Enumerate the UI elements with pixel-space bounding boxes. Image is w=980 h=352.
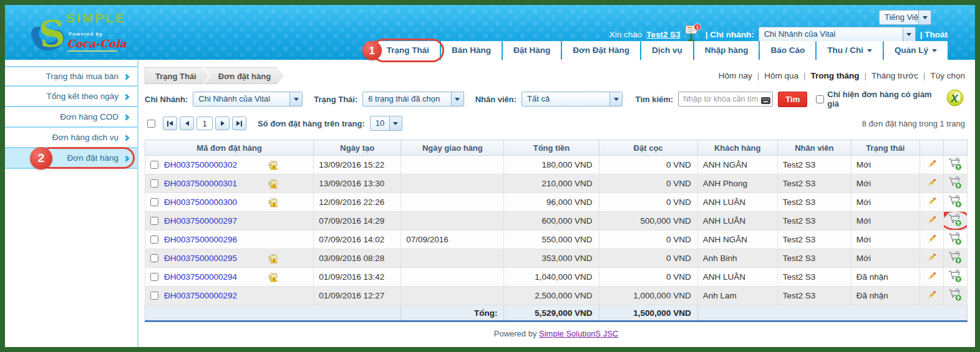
row-checkbox[interactable]: [150, 292, 158, 300]
branch-dropdown[interactable]: Chi Nhánh của Vital: [759, 27, 916, 42]
create-order-cart-icon[interactable]: [948, 176, 963, 189]
sidebar-item-don-hang-dich-vu[interactable]: Đơn hàng dịch vụ: [5, 128, 137, 148]
cell-created-date: 13/09/2016 15:22: [314, 156, 401, 174]
tab-bao-cao[interactable]: Báo Cáo: [760, 41, 815, 60]
select-all-checkbox[interactable]: [147, 120, 155, 128]
order-id-link[interactable]: ĐH0037500000301: [164, 179, 237, 188]
row-checkbox[interactable]: [150, 161, 158, 169]
search-input[interactable]: [678, 92, 773, 107]
tab-dat-hang[interactable]: Đặt Hàng: [503, 41, 561, 60]
table-header-row: Mã đơn đặt hàng Ngày tạo Ngày giao hàng …: [145, 140, 968, 156]
cell-created-date: 03/09/2016 08:28: [314, 249, 401, 268]
breadcrumb-item-trang-thai[interactable]: Trạng Thái: [145, 67, 210, 84]
language-dropdown[interactable]: Tiếng Việt: [879, 10, 931, 25]
row-checkbox[interactable]: [150, 198, 158, 206]
col-header-delivery: Ngày giao hàng: [401, 140, 504, 156]
per-page-dropdown[interactable]: 10: [370, 116, 402, 131]
cell-created-date: 01/09/2016 12:27: [314, 287, 401, 305]
edit-pencil-icon[interactable]: [926, 215, 937, 226]
breadcrumb: Trạng Thái Đơn đặt hàng: [145, 67, 284, 84]
row-checkbox[interactable]: [150, 179, 158, 188]
sidebar-item-tong-ket-theo-ngay[interactable]: Tổng kết theo ngày: [5, 87, 137, 107]
footer-company-link[interactable]: Simple SolutionS JSC: [539, 329, 618, 338]
footer-powered-by: Powered by: [494, 329, 537, 338]
edit-pencil-icon[interactable]: [926, 252, 937, 263]
cell-customer: Anh Binh: [697, 249, 777, 268]
breadcrumb-item-don-dat-hang[interactable]: Đơn đặt hàng: [204, 67, 284, 84]
edit-pencil-icon[interactable]: [926, 159, 937, 169]
current-page-box[interactable]: 1: [196, 117, 213, 130]
tab-label: Đơn Đặt Hàng: [573, 41, 629, 60]
separator: |: [757, 71, 760, 80]
status-filter-dropdown[interactable]: 6 trạng thái đã chọn: [362, 92, 463, 107]
create-order-cart-icon[interactable]: 3: [948, 214, 963, 227]
discount-only-checkbox[interactable]: [816, 95, 824, 103]
last-page-button[interactable]: [232, 117, 246, 130]
cell-deposit-amount: 0 VND: [599, 174, 697, 193]
export-excel-icon[interactable]: X: [946, 89, 964, 109]
sidebar-item-don-hang-cod[interactable]: Đơn hàng COD: [5, 107, 137, 128]
create-order-cart-icon[interactable]: [948, 232, 963, 245]
chevron-down-icon: [389, 117, 402, 130]
date-filter-hom-qua[interactable]: Hôm qua: [764, 71, 798, 80]
create-order-cart-icon[interactable]: [948, 270, 963, 283]
order-id-link[interactable]: ĐH0037500000292: [164, 291, 237, 300]
cell-deposit-amount: 0 VND: [599, 193, 697, 212]
date-filter-hom-nay[interactable]: Hôm nay: [719, 71, 752, 80]
date-filter-tuy-chon[interactable]: Tùy chọn: [930, 71, 965, 80]
create-order-cart-icon[interactable]: [948, 195, 963, 208]
sidebar-item-trang-thai-mua-ban[interactable]: Trạng thái mua bán: [5, 66, 137, 87]
prev-page-button[interactable]: [180, 117, 194, 130]
order-id-link[interactable]: ĐH0037500000302: [164, 160, 237, 169]
edit-pencil-icon[interactable]: [926, 234, 937, 244]
tab-trang-thai[interactable]: Trạng Thái1: [376, 41, 440, 60]
create-order-cart-icon[interactable]: [948, 288, 963, 302]
create-order-cart-icon[interactable]: [948, 251, 963, 264]
status-filter-label: Trạng Thái:: [314, 95, 357, 104]
search-button[interactable]: Tìm: [778, 92, 807, 107]
cell-deposit-amount: 1,000,000 VND: [599, 287, 697, 305]
row-checkbox[interactable]: [150, 273, 158, 281]
notification-icon[interactable]: 1: [685, 24, 701, 42]
sidebar-item-don-dat-hang[interactable]: Đơn đặt hàng2: [5, 148, 137, 169]
cell-customer: ANH Phong: [697, 174, 777, 193]
tab-ban-hang[interactable]: Bán Hàng: [441, 41, 502, 60]
row-checkbox[interactable]: [150, 254, 158, 262]
virtual-keyboard-icon[interactable]: [761, 95, 770, 107]
edit-pencil-icon[interactable]: [926, 290, 937, 300]
user-profile-link[interactable]: Test2 S3: [646, 30, 681, 39]
tab-nhap-hang[interactable]: Nhập hàng: [694, 41, 759, 60]
tab-thu-chi[interactable]: Thu / Chi: [817, 41, 883, 60]
tab-quan-ly[interactable]: Quản Lý: [884, 41, 948, 60]
next-page-button[interactable]: [215, 117, 230, 130]
order-id-link[interactable]: ĐH0037500000297: [164, 216, 237, 226]
tab-label: Thu / Chi: [827, 41, 863, 60]
staff-filter-dropdown[interactable]: Tất cả: [522, 92, 623, 107]
order-id-link[interactable]: ĐH0037500000300: [164, 197, 237, 207]
logout-link[interactable]: | Thoát: [920, 30, 948, 39]
date-quick-filters: Hôm nay|Hôm qua|Trong tháng|Tháng trước|…: [719, 71, 965, 80]
svg-text:Coca-Cola: Coca-Cola: [67, 37, 127, 50]
order-id-link[interactable]: ĐH0037500000294: [164, 272, 237, 282]
branch-filter-dropdown[interactable]: Chi Nhánh của Vital: [193, 92, 303, 107]
date-filter-trong-thang[interactable]: Trong tháng: [811, 71, 860, 80]
create-order-cart-icon[interactable]: [948, 158, 963, 171]
separator: |: [923, 71, 926, 80]
row-checkbox[interactable]: [150, 235, 158, 244]
svg-text:1: 1: [696, 24, 699, 30]
order-id-link[interactable]: ĐH0037500000295: [164, 254, 237, 263]
tab-don-dat-hang[interactable]: Đơn Đặt Hàng: [562, 41, 640, 60]
table-total-row: Tổng: 5,529,000 VND 1,500,000 VND: [145, 305, 968, 321]
edit-pencil-icon[interactable]: [926, 196, 937, 207]
edit-pencil-icon[interactable]: [926, 271, 937, 282]
tab-dich-vu[interactable]: Dịch vụ: [641, 41, 693, 60]
first-page-button[interactable]: [163, 117, 177, 130]
price-tag-warning-icon: [268, 254, 278, 264]
order-id-link[interactable]: ĐH0037500000296: [164, 235, 237, 244]
tab-label: Quản Lý: [895, 41, 928, 60]
edit-pencil-icon[interactable]: [926, 178, 937, 188]
staff-filter-value: Tất cả: [522, 92, 609, 106]
date-filter-thang-truoc[interactable]: Tháng trước: [871, 71, 918, 80]
row-checkbox[interactable]: [150, 217, 158, 225]
tab-label: Đặt Hàng: [513, 41, 550, 60]
